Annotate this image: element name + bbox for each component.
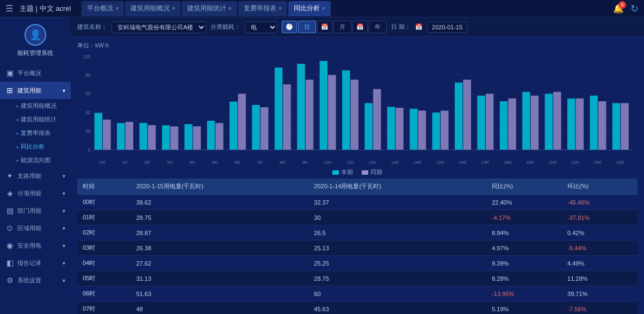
btn-month[interactable]: 月 <box>333 21 351 33</box>
svg-rect-73 <box>553 92 561 150</box>
svg-rect-15 <box>117 123 125 150</box>
tab-平台概况[interactable]: 平台概况× <box>82 1 124 16</box>
notifications[interactable]: 🔔 8 <box>613 3 624 14</box>
svg-text:20: 20 <box>85 129 90 134</box>
cell-mom: -7.56% <box>562 301 637 315</box>
category-label: 分类能耗： <box>210 23 240 31</box>
nav-item-7[interactable]: ◧报告记录▾ <box>0 254 71 272</box>
svg-rect-63 <box>477 96 485 150</box>
table-row: 05时 31.13 28.75 8.28% 11.28% <box>77 271 637 286</box>
svg-rect-49 <box>373 89 381 150</box>
cell-cur: 48 <box>131 301 309 315</box>
sub-item-4[interactable]: 能源流向图 <box>12 153 71 167</box>
nav-item-3[interactable]: ◈分项用能▾ <box>0 184 71 202</box>
cell-yoy: 9.39% <box>486 256 562 271</box>
btn-day[interactable]: 日 <box>298 21 316 33</box>
table-row: 00时 39.62 32.37 22.40% -45.46% <box>77 195 637 210</box>
nav-item-2[interactable]: ✦支路用能▾ <box>0 167 71 184</box>
svg-rect-27 <box>207 121 215 150</box>
cell-prev: 28.75 <box>308 271 486 286</box>
tab-list: 平台概况×建筑用能概况×建筑用能统计×复费率报表×同比分析× <box>82 1 330 16</box>
sidebar: 👤 能耗管理系统 ▣平台概况⊞建筑用能▾建筑用能概况建筑用能统计复费率报表同比分… <box>0 17 71 314</box>
table-row: 07时 48 45.63 5.19% -7.56% <box>77 301 637 315</box>
svg-rect-45 <box>342 70 350 150</box>
cell-yoy: 8.94% <box>486 225 562 241</box>
tab-建筑用能概况[interactable]: 建筑用能概况× <box>125 1 181 16</box>
cell-yoy: 4.97% <box>486 241 562 256</box>
nav-item-8[interactable]: ⚙系统设置▾ <box>0 272 71 289</box>
cell-prev: 26.5 <box>308 225 486 241</box>
table-row: 01时 28.75 30 -4.17% -37.81% <box>77 210 637 225</box>
nav-item-4[interactable]: ▤部门用能▾ <box>0 202 71 219</box>
table-row: 06时 51.63 60 -13.95% 39.71% <box>77 286 637 301</box>
svg-text:10时: 10时 <box>324 160 332 165</box>
svg-rect-78 <box>590 96 597 150</box>
svg-text:100: 100 <box>83 54 91 59</box>
svg-rect-28 <box>215 123 223 150</box>
svg-rect-60 <box>455 83 462 150</box>
time-mode-group: 🕐 日 📅 月 📅 年 <box>282 21 387 33</box>
svg-text:12时: 12时 <box>369 160 377 165</box>
btn-calendar2[interactable]: 📅 <box>352 21 368 33</box>
tab-复费率报表[interactable]: 复费率报表× <box>238 1 287 16</box>
btn-clock[interactable]: 🕐 <box>282 21 297 33</box>
nav-item-5[interactable]: ⊙区域用能▾ <box>0 219 71 237</box>
notification-badge: 8 <box>618 1 626 9</box>
btn-calendar[interactable]: 📅 <box>317 21 332 33</box>
cell-yoy: -4.17% <box>486 210 562 225</box>
tab-同比分析[interactable]: 同比分析× <box>288 1 331 16</box>
cell-prev: 32.37 <box>308 195 486 210</box>
nav-item-0[interactable]: ▣平台概况 <box>0 64 71 82</box>
sub-item-2[interactable]: 复费率报表 <box>12 126 71 140</box>
svg-rect-36 <box>275 67 282 150</box>
cell-cur: 26.38 <box>131 241 309 256</box>
svg-text:40: 40 <box>85 110 90 115</box>
building-label: 建筑名称： <box>77 23 107 31</box>
svg-rect-67 <box>508 98 516 150</box>
cell-mom: 0.42% <box>562 225 637 241</box>
cell-cur: 39.62 <box>131 195 309 210</box>
svg-rect-66 <box>500 101 507 150</box>
tab-建筑用能统计[interactable]: 建筑用能统计× <box>182 1 237 16</box>
category-select[interactable]: 电 <box>245 21 277 33</box>
svg-rect-39 <box>297 64 305 150</box>
nav-container: ▣平台概况⊞建筑用能▾建筑用能概况建筑用能统计复费率报表同比分析能源流向图✦支路… <box>0 64 71 289</box>
main-content: 建筑名称： 安科瑞电气股份有限公司A楼 分类能耗： 电 🕐 日 📅 月 📅 年 … <box>71 17 644 314</box>
cell-mom: -45.46% <box>562 195 637 210</box>
bar-chart: 0204060801000时1时2时3时4时5时6时7时8时9时10时11时12… <box>77 52 637 166</box>
svg-rect-57 <box>432 113 440 150</box>
date-value[interactable]: 2020-01-15 <box>427 22 467 33</box>
svg-rect-25 <box>193 126 201 150</box>
nav-item-1[interactable]: ⊞建筑用能▾ <box>0 82 71 99</box>
chart-legend: 本期 同期 <box>77 168 637 176</box>
cell-prev: 30 <box>308 210 486 225</box>
svg-rect-30 <box>230 102 237 150</box>
svg-text:13时: 13时 <box>391 160 399 165</box>
nav-item-6[interactable]: ◉安全用电▾ <box>0 237 71 254</box>
sub-item-3[interactable]: 同比分析 <box>12 140 71 153</box>
cell-prev: 45.63 <box>308 301 486 315</box>
svg-text:23时: 23时 <box>616 160 624 165</box>
sub-item-1[interactable]: 建筑用能统计 <box>12 113 71 126</box>
svg-text:16时: 16时 <box>459 160 467 165</box>
menu-icon[interactable]: ☰ <box>5 3 13 14</box>
cell-mom: 4.49% <box>562 256 637 271</box>
legend-prev-label: 同期 <box>370 168 382 176</box>
svg-rect-48 <box>364 103 372 150</box>
building-select[interactable]: 安科瑞电气股份有限公司A楼 <box>112 21 206 33</box>
cell-time: 01时 <box>77 210 131 225</box>
svg-rect-55 <box>418 110 426 150</box>
svg-text:15时: 15时 <box>436 160 444 165</box>
legend-current-label: 本期 <box>341 168 353 176</box>
refresh-icon[interactable]: ↻ <box>630 3 639 15</box>
cell-time: 02时 <box>77 225 131 241</box>
system-name: 能耗管理系统 <box>17 49 53 57</box>
svg-text:22时: 22时 <box>594 160 602 165</box>
table-header-row: 时间2020-1-15用电量(千瓦时)2020-1-14用电量(千瓦时)同比(%… <box>77 178 637 195</box>
data-table: 时间2020-1-15用电量(千瓦时)2020-1-14用电量(千瓦时)同比(%… <box>77 178 637 314</box>
sub-item-0[interactable]: 建筑用能概况 <box>12 99 71 113</box>
svg-text:0: 0 <box>88 148 91 153</box>
btn-year[interactable]: 年 <box>369 21 387 33</box>
cell-time: 05时 <box>77 271 131 286</box>
svg-rect-24 <box>184 124 192 150</box>
